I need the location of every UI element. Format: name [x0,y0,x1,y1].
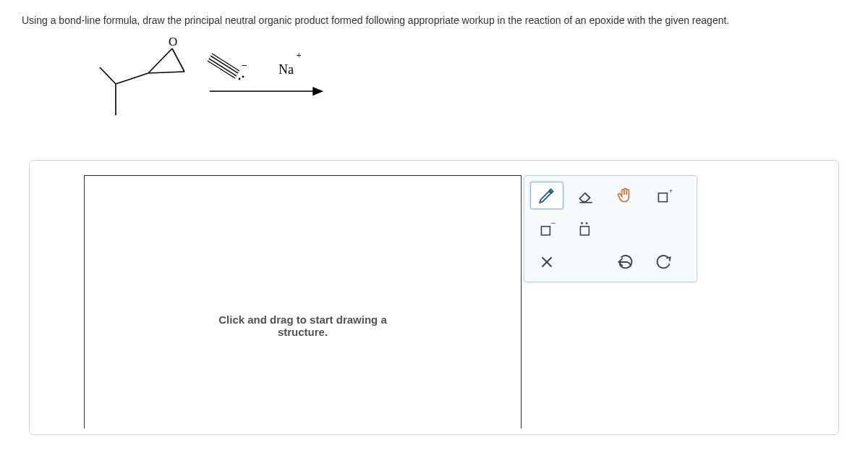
lone-pair-icon [576,219,595,238]
svg-rect-19 [541,227,550,235]
svg-text:+: + [669,187,673,195]
svg-line-5 [100,67,116,84]
hand-tool[interactable] [608,182,642,209]
question-prompt: Using a bond-line formula, draw the prin… [22,14,846,26]
svg-text:−: − [550,219,556,228]
spacer-3 [569,248,603,276]
tool-palette: + − [524,175,697,282]
svg-text:O: O [169,37,177,49]
answer-panel: Click and drag to start drawing a struct… [29,160,839,435]
redo-button[interactable] [647,248,681,276]
undo-button[interactable] [608,248,642,276]
svg-line-2 [172,49,184,72]
clear-button[interactable] [530,248,563,276]
pencil-tool[interactable] [530,182,563,209]
svg-text:−: − [242,60,247,71]
pencil-icon [537,186,556,205]
eraser-tool[interactable] [569,182,603,209]
spacer-2 [647,215,681,243]
minus-charge-tool[interactable]: − [530,215,563,243]
minus-charge-icon: − [537,219,556,238]
canvas-placeholder-text: Click and drag to start drawing a struct… [85,313,521,338]
plus-label: + [297,51,301,59]
svg-point-23 [586,222,588,224]
svg-marker-15 [313,88,322,95]
svg-rect-17 [658,193,667,202]
undo-icon [616,253,634,271]
plus-charge-tool[interactable]: + [647,182,681,209]
plus-charge-icon: + [655,186,673,205]
reagent-diagram: O − Na + [80,37,846,146]
spacer-1 [608,215,642,243]
svg-point-22 [581,222,583,224]
na-label: Na [278,62,294,77]
epoxide-structure: O − [80,37,333,146]
redo-icon [655,253,673,271]
svg-rect-21 [580,227,589,235]
lone-pair-tool[interactable] [569,215,603,243]
eraser-icon [576,186,595,205]
svg-point-13 [242,76,244,78]
svg-line-1 [148,49,172,73]
drawing-canvas[interactable]: Click and drag to start drawing a struct… [84,175,522,429]
svg-line-0 [148,72,184,73]
close-icon [537,253,556,271]
svg-line-8 [210,57,237,75]
svg-point-12 [239,78,241,80]
hand-icon [616,186,634,205]
svg-line-4 [116,73,148,84]
